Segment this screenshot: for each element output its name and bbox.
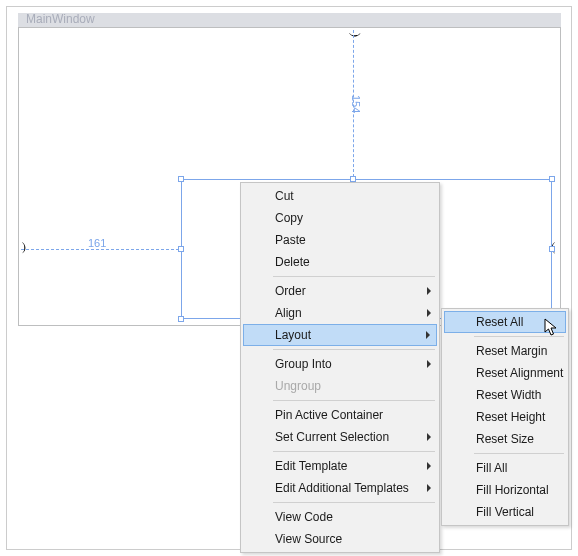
menu-align[interactable]: Align [243,302,437,324]
menu-set-current-selection[interactable]: Set Current Selection [243,426,437,448]
submenu-arrow-icon [427,360,431,368]
submenu-reset-size[interactable]: Reset Size [444,428,566,450]
submenu-reset-size-label: Reset Size [476,432,534,446]
submenu-reset-width-label: Reset Width [476,388,541,402]
submenu-fill-vertical[interactable]: Fill Vertical [444,501,566,523]
menu-separator [273,276,435,277]
menu-layout[interactable]: Layout [243,324,437,346]
menu-ungroup: Ungroup [243,375,437,397]
menu-order[interactable]: Order [243,280,437,302]
anchor-left-icon: ⏜ [13,242,26,254]
menu-group-into[interactable]: Group Into [243,353,437,375]
submenu-arrow-icon [426,331,430,339]
context-menu: Cut Copy Paste Delete Order Align Layout… [240,182,440,553]
menu-layout-label: Layout [275,328,311,342]
menu-copy-label: Copy [275,211,303,225]
menu-set-selection-label: Set Current Selection [275,430,389,444]
menu-edit-template[interactable]: Edit Template [243,455,437,477]
submenu-reset-margin[interactable]: Reset Margin [444,340,566,362]
menu-delete[interactable]: Delete [243,251,437,273]
submenu-reset-all[interactable]: Reset All [444,311,566,333]
menu-view-code-label: View Code [275,510,333,524]
submenu-reset-alignment[interactable]: Reset Alignment [444,362,566,384]
menu-view-source-label: View Source [275,532,342,546]
menu-delete-label: Delete [275,255,310,269]
resize-handle[interactable] [178,316,184,322]
menu-separator [273,349,435,350]
submenu-arrow-icon [427,309,431,317]
menu-copy[interactable]: Copy [243,207,437,229]
submenu-reset-width[interactable]: Reset Width [444,384,566,406]
menu-order-label: Order [275,284,306,298]
submenu-reset-height[interactable]: Reset Height [444,406,566,428]
submenu-arrow-icon [427,484,431,492]
submenu-reset-height-label: Reset Height [476,410,545,424]
submenu-reset-all-label: Reset All [476,315,523,329]
menu-separator [273,451,435,452]
menu-edit-additional-templates[interactable]: Edit Additional Templates [243,477,437,499]
menu-edit-additional-label: Edit Additional Templates [275,481,409,495]
menu-align-label: Align [275,306,302,320]
resize-handle[interactable] [549,246,555,252]
submenu-fill-all-label: Fill All [476,461,507,475]
layout-submenu: Reset All Reset Margin Reset Alignment R… [441,308,569,526]
menu-view-source[interactable]: View Source [243,528,437,550]
menu-separator [474,336,564,337]
margin-top-value: 154 [350,95,362,113]
submenu-fill-vertical-label: Fill Vertical [476,505,534,519]
menu-paste-label: Paste [275,233,306,247]
menu-edit-template-label: Edit Template [275,459,348,473]
resize-handle[interactable] [178,176,184,182]
submenu-fill-horizontal-label: Fill Horizontal [476,483,549,497]
menu-separator [273,502,435,503]
window-title: MainWindow [26,12,95,26]
submenu-reset-margin-label: Reset Margin [476,344,547,358]
menu-cut-label: Cut [275,189,294,203]
menu-paste[interactable]: Paste [243,229,437,251]
resize-handle[interactable] [549,176,555,182]
submenu-fill-all[interactable]: Fill All [444,457,566,479]
menu-pin-active-container[interactable]: Pin Active Container [243,404,437,426]
menu-pin-label: Pin Active Container [275,408,383,422]
submenu-arrow-icon [427,433,431,441]
anchor-top-icon: ⏝ [349,23,361,36]
designer-titlebar [18,13,561,27]
menu-separator [273,400,435,401]
margin-left-value: 161 [88,237,106,249]
menu-ungroup-label: Ungroup [275,379,321,393]
menu-view-code[interactable]: View Code [243,506,437,528]
submenu-arrow-icon [427,462,431,470]
menu-cut[interactable]: Cut [243,185,437,207]
submenu-reset-alignment-label: Reset Alignment [476,366,563,380]
margin-guide-left [21,249,179,250]
submenu-fill-horizontal[interactable]: Fill Horizontal [444,479,566,501]
menu-group-into-label: Group Into [275,357,332,371]
submenu-arrow-icon [427,287,431,295]
menu-separator [474,453,564,454]
